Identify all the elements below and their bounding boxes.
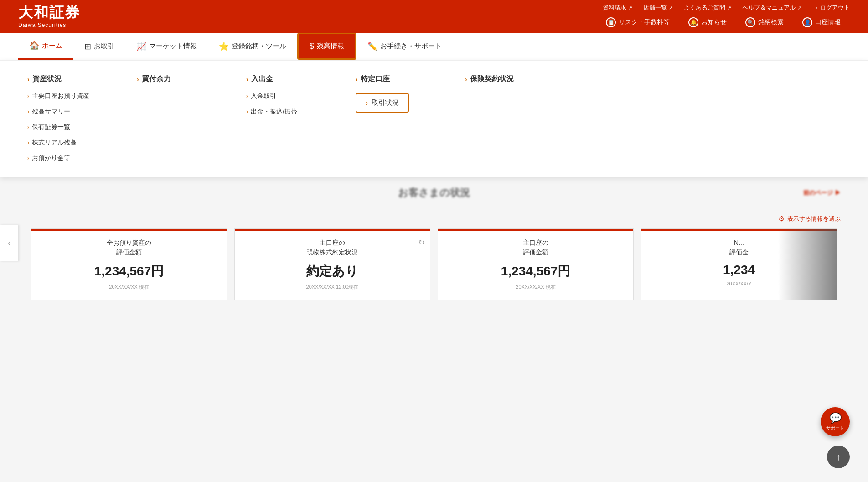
refresh-icon[interactable]: ↻ <box>418 238 424 247</box>
top-header: 大和証券 Daiwa Securities 資料請求 ↗ 店舗一覧 ↗ よくある… <box>0 0 868 33</box>
nav-market-label: マーケット情報 <box>149 42 197 51</box>
chevron-icon: › <box>27 155 29 161</box>
market-icon: 📈 <box>136 41 146 52</box>
top-link-logout[interactable]: → ログアウト <box>812 4 850 12</box>
dropdown-item-deposits[interactable]: › お預かり金等 <box>27 153 100 163</box>
external-icon: ↗ <box>727 5 731 11</box>
section-title: お客さまの状況 <box>398 186 470 200</box>
nav-balance[interactable]: $ 残高情報 <box>297 33 356 60</box>
logo: 大和証券 Daiwa Securities <box>18 5 80 28</box>
dropdown-item-label: 株式リアル残高 <box>32 139 77 147</box>
dropdown-col-buying: › 買付余力 <box>137 74 210 163</box>
top-nav-right: 資料請求 ↗ 店舗一覧 ↗ よくあるご質問 ↗ ヘルプ＆マニュアル ↗ → ログ… <box>597 4 850 29</box>
top-link-help[interactable]: ヘルプ＆マニュアル ↗ <box>742 4 801 12</box>
pencil-icon: ✏️ <box>367 41 377 52</box>
arrow-up-icon: ↑ <box>836 452 841 462</box>
search-button[interactable]: 🔍 銘柄検索 <box>736 16 793 29</box>
account-button[interactable]: 👤 口座情報 <box>793 16 850 29</box>
chevron-icon: › <box>27 109 29 115</box>
nav-home[interactable]: 🏠 ホーム <box>18 33 73 60</box>
nav-support[interactable]: ✏️ お手続き・サポート <box>356 33 453 60</box>
dropdown-header-specific[interactable]: › 特定口座 <box>356 74 429 84</box>
top-links: 資料請求 ↗ 店舗一覧 ↗ よくあるご質問 ↗ ヘルプ＆マニュアル ↗ → ログ… <box>603 4 850 12</box>
card-title: 主口座の現物株式約定状況 <box>246 238 419 257</box>
dropdown-item-main-account[interactable]: › 主要口座お預り資産 <box>27 91 100 101</box>
account-label: 口座情報 <box>815 18 841 26</box>
view-more-link[interactable]: 前のページ ▶ <box>803 189 841 197</box>
dropdown-item-label: 出金・振込/振替 <box>251 108 297 116</box>
dropdown-header-insurance-label: 保険契約状況 <box>470 74 514 84</box>
gear-icon: ⚙ <box>778 214 785 223</box>
chevron-icon: › <box>465 76 467 83</box>
dropdown-item-label: 入金取引 <box>251 92 276 100</box>
chevron-icon: › <box>246 76 248 83</box>
dropdown-header-assets[interactable]: › 資産状況 <box>27 74 100 84</box>
nav-home-label: ホーム <box>42 41 62 50</box>
settings-row[interactable]: ⚙ 表示する情報を選ぶ <box>0 209 868 228</box>
nav-watchlist[interactable]: ⭐ 登録銘柄・ツール <box>208 33 297 60</box>
scroll-top-button[interactable]: ↑ <box>827 446 850 468</box>
nav-market[interactable]: 📈 マーケット情報 <box>125 33 208 60</box>
dropdown-item-label: 主要口座お預り資産 <box>32 92 89 100</box>
card-date: 20XX/XX/XX 現在 <box>42 284 216 290</box>
account-icon: 👤 <box>802 17 812 27</box>
card-date: 20XX/XX/XX 現在 <box>449 284 622 290</box>
card-value: 1,234,567円 <box>449 263 622 280</box>
risk-fees-button[interactable]: 📋 リスク・手数料等 <box>597 16 679 29</box>
card-value: 1,234,567円 <box>42 263 216 280</box>
dropdown-item-deposit[interactable]: › 入金取引 <box>246 91 319 101</box>
support-button[interactable]: 💬 サポート <box>821 407 850 436</box>
dropdown-header-transfers-label: 入出金 <box>251 74 273 84</box>
dropdown-item-withdrawal[interactable]: › 出金・振込/振替 <box>246 107 319 117</box>
chevron-icon: › <box>246 109 248 115</box>
dropdown-item-label: 残高サマリー <box>32 108 70 116</box>
chat-icon: 💬 <box>829 412 842 424</box>
search-icon: 🔍 <box>745 17 755 27</box>
card-stocks-status: 主口座の現物株式約定状況 ↻ 約定あり 20XX/XX/XX 12:00現在 <box>234 228 430 300</box>
dropdown-col-specific: › 特定口座 › 取引状況 <box>356 74 429 163</box>
dropdown-col-insurance: › 保険契約状況 <box>465 74 538 163</box>
chevron-icon: › <box>356 76 358 83</box>
notifications-label: お知らせ <box>701 18 727 26</box>
dollar-icon: $ <box>310 41 314 51</box>
content-area: ‹ お客さまの状況 前のページ ▶ ⚙ 表示する情報を選ぶ 全お預り資産の評価金… <box>0 177 868 309</box>
card-main-account: 主口座の評価金額 1,234,567円 20XX/XX/XX 現在 <box>438 228 634 300</box>
card-title: 主口座の評価金額 <box>449 238 622 257</box>
risk-label: リスク・手数料等 <box>619 18 670 26</box>
dropdown-item-realtime[interactable]: › 株式リアル残高 <box>27 138 100 148</box>
dropdown-header-transfers[interactable]: › 入出金 <box>246 74 319 84</box>
chevron-icon: › <box>246 93 248 99</box>
support-label: サポート <box>826 425 844 431</box>
external-icon: ↗ <box>628 5 632 11</box>
main-nav: 🏠 ホーム ⊞ お取引 📈 マーケット情報 ⭐ 登録銘柄・ツール $ 残高情報 … <box>0 33 868 60</box>
card-partial: N...評価金 1,234 20XX/XX/Y <box>641 228 837 300</box>
dropdown-header-specific-label: 特定口座 <box>361 74 390 84</box>
top-link-shiryo[interactable]: 資料請求 ↗ <box>603 4 632 12</box>
chevron-icon: › <box>27 140 29 146</box>
dropdown-header-buying[interactable]: › 買付余力 <box>137 74 210 84</box>
logo-underline <box>18 21 80 21</box>
home-icon: 🏠 <box>29 41 39 51</box>
trade-icon: ⊞ <box>84 41 91 52</box>
external-icon: ↗ <box>669 5 673 11</box>
dropdown-header-assets-label: 資産状況 <box>32 74 62 84</box>
dropdown-header-insurance[interactable]: › 保険契約状況 <box>465 74 538 84</box>
search-label: 銘柄検索 <box>758 18 784 26</box>
nav-support-label: お手続き・サポート <box>380 42 442 51</box>
dropdown-item-securities[interactable]: › 保有証券一覧 <box>27 122 100 132</box>
cards-row: 全お預り資産の評価金額 1,234,567円 20XX/XX/XX 現在 主口座… <box>0 228 868 309</box>
dropdown-menu: › 資産状況 › 主要口座お預り資産 › 残高サマリー › 保有証券一覧 › 株… <box>0 60 868 177</box>
section-header: お客さまの状況 前のページ ▶ <box>0 177 868 209</box>
top-link-faq[interactable]: よくあるご質問 ↗ <box>684 4 731 12</box>
left-scroll-button[interactable]: ‹ <box>0 225 18 261</box>
nav-balance-label: 残高情報 <box>317 42 344 51</box>
card-date: 20XX/XX/XX 12:00現在 <box>246 284 419 290</box>
dropdown-item-summary[interactable]: › 残高サマリー <box>27 107 100 117</box>
notifications-button[interactable]: 🔔 お知らせ <box>679 16 736 29</box>
nav-trade-label: お取引 <box>94 42 114 51</box>
card-title: 全お預り資産の評価金額 <box>42 238 216 257</box>
nav-trade[interactable]: ⊞ お取引 <box>73 33 125 60</box>
dropdown-item-transaction-status[interactable]: › 取引状況 <box>356 93 409 113</box>
card-value: 約定あり <box>246 263 419 280</box>
top-link-tenpo[interactable]: 店舗一覧 ↗ <box>643 4 673 12</box>
